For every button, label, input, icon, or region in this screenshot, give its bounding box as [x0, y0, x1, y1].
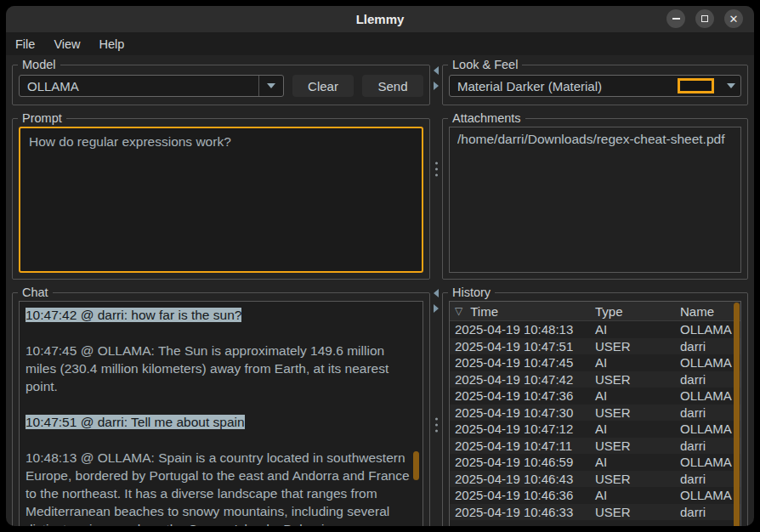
history-groupbox: History ▽ Time Type Name 2025-04-19 10:4…: [442, 292, 748, 526]
history-table-header[interactable]: ▽ Time Type Name: [450, 302, 740, 321]
history-cell-type: USER: [595, 372, 680, 387]
history-row[interactable]: 2025-04-19 10:46:59AIOLLAMA: [450, 454, 740, 471]
history-row[interactable]: 2025-04-19 10:46:43USERdarri: [450, 471, 740, 488]
maximize-button[interactable]: [695, 9, 714, 28]
chat-message: 10:47:42 @ darri: how far is the sun?: [26, 306, 417, 324]
history-cell-name: darri: [680, 405, 740, 420]
history-cell-time: 2025-04-19 10:48:13: [450, 322, 595, 337]
look-and-feel-combobox[interactable]: Material Darker (Material): [449, 75, 741, 97]
close-icon: ✕: [729, 14, 739, 25]
history-row[interactable]: 2025-04-19 10:47:12AIOLLAMA: [450, 421, 740, 438]
collapse-right-icon[interactable]: [434, 82, 439, 90]
history-row[interactable]: 2025-04-19 10:47:51USERdarri: [450, 338, 740, 355]
attachment-item[interactable]: /home/darri/Downloads/regex-cheat-sheet.…: [457, 132, 733, 147]
history-cell-time: 2025-04-19 10:47:11: [450, 439, 595, 453]
history-row[interactable]: 2025-04-19 10:47:45AIOLLAMA: [450, 354, 740, 371]
menu-bar: FileViewHelp: [6, 32, 754, 55]
model-combo-arrow-box[interactable]: [258, 76, 283, 96]
history-cell-time: 2025-04-19 10:47:36: [450, 388, 595, 403]
collapse-left-icon[interactable]: [434, 289, 439, 297]
history-row[interactable]: 2025-04-19 10:47:30USERdarri: [450, 405, 740, 422]
history-group-label: History: [448, 285, 495, 301]
history-cell-name: OLLAMA: [680, 355, 740, 370]
history-cell-type: AI: [595, 488, 680, 502]
history-cell-name: OLLAMA: [680, 388, 740, 403]
history-cell-type: AI: [595, 455, 680, 469]
history-row[interactable]: 2025-04-19 10:48:13AIOLLAMA: [450, 321, 740, 338]
prompt-group-label: Prompt: [18, 110, 66, 127]
history-row[interactable]: 2025-04-19 10:46:33USERdarri: [450, 504, 740, 521]
model-groupbox: Model OLLAMA Clear Send: [12, 65, 430, 105]
menu-item-view[interactable]: View: [54, 37, 80, 51]
prompt-textarea[interactable]: How do regular expressions work?: [19, 127, 423, 273]
history-cell-type: USER: [595, 405, 680, 420]
minimize-icon: [672, 18, 680, 20]
vertical-splitter-bottom[interactable]: [430, 286, 442, 526]
history-cell-name: darri: [680, 439, 740, 453]
history-cell-time: 2025-04-19 10:47:51: [450, 339, 595, 354]
history-cell-type: AI: [595, 388, 680, 403]
column-header-name[interactable]: Name: [680, 304, 740, 319]
attachments-group-label: Attachments: [448, 110, 525, 127]
look-and-feel-combo-arrow-box[interactable]: [722, 76, 740, 96]
chat-scrollbar-thumb[interactable]: [413, 451, 419, 480]
history-cell-type: USER: [595, 339, 680, 354]
history-table-body: 2025-04-19 10:48:13AIOLLAMA2025-04-19 10…: [450, 321, 740, 520]
splitter-collapse-buttons: [434, 289, 439, 313]
look-and-feel-selected-value: Material Darker (Material): [450, 79, 678, 93]
attachments-list[interactable]: /home/darri/Downloads/regex-cheat-sheet.…: [449, 127, 741, 273]
title-bar[interactable]: Llemmy ✕: [6, 6, 754, 32]
send-button[interactable]: Send: [362, 75, 423, 97]
collapse-left-icon[interactable]: [434, 66, 439, 75]
history-cell-name: OLLAMA: [680, 422, 740, 436]
splitter-grip-icon[interactable]: [435, 161, 438, 176]
history-row[interactable]: 2025-04-19 10:46:36AIOLLAMA: [450, 487, 740, 504]
vertical-splitter-top[interactable]: [430, 58, 442, 280]
history-cell-type: AI: [595, 355, 680, 370]
history-cell-name: darri: [680, 339, 740, 354]
history-cell-time: 2025-04-19 10:46:43: [450, 472, 595, 486]
history-row[interactable]: 2025-04-19 10:47:42USERdarri: [450, 371, 740, 388]
history-cell-name: OLLAMA: [680, 322, 740, 337]
model-combobox[interactable]: OLLAMA: [19, 75, 284, 97]
history-cell-time: 2025-04-19 10:47:12: [450, 422, 595, 436]
history-cell-type: USER: [595, 439, 680, 453]
history-cell-time: 2025-04-19 10:47:45: [450, 355, 595, 370]
splitter-collapse-buttons: [434, 66, 439, 90]
column-header-time[interactable]: ▽ Time: [450, 304, 595, 319]
history-cell-time: 2025-04-19 10:46:36: [450, 488, 595, 502]
look-and-feel-group-label: Look & Feel: [448, 57, 522, 73]
main-content: Model OLLAMA Clear Send Look &: [6, 55, 754, 526]
chevron-down-icon: [727, 83, 735, 88]
minimize-button[interactable]: [666, 9, 685, 28]
splitter-grip-icon[interactable]: [435, 417, 438, 432]
collapse-right-icon[interactable]: [434, 304, 439, 313]
chat-group-label: Chat: [18, 285, 53, 301]
look-and-feel-groupbox: Look & Feel Material Darker (Material): [442, 65, 748, 105]
history-cell-name: OLLAMA: [680, 455, 740, 469]
history-cell-type: AI: [595, 322, 680, 337]
chat-text[interactable]: 10:47:42 @ darri: how far is the sun?10:…: [19, 301, 423, 526]
menu-item-file[interactable]: File: [15, 37, 35, 51]
maximize-icon: [701, 15, 708, 22]
history-row[interactable]: 2025-04-19 10:47:36AIOLLAMA: [450, 388, 740, 405]
history-cell-type: USER: [595, 472, 680, 486]
history-scrollbar-thumb[interactable]: [734, 303, 740, 526]
history-table: ▽ Time Type Name 2025-04-19 10:48:13AIOL…: [449, 301, 741, 526]
history-cell-time: 2025-04-19 10:47:30: [450, 405, 595, 420]
history-cell-type: AI: [595, 422, 680, 436]
chat-message: 10:47:51 @ darri: Tell me about spain: [26, 413, 417, 431]
chevron-down-icon: [267, 83, 275, 88]
history-cell-time: 2025-04-19 10:46:59: [450, 455, 595, 469]
chat-message: 10:48:13 @ OLLAMA: Spain is a country lo…: [26, 449, 417, 526]
history-cell-type: USER: [595, 505, 680, 519]
menu-item-help[interactable]: Help: [99, 37, 125, 51]
chat-groupbox: Chat 10:47:42 @ darri: how far is the su…: [12, 292, 430, 526]
model-group-label: Model: [18, 57, 60, 73]
clear-button[interactable]: Clear: [292, 75, 354, 97]
column-header-type[interactable]: Type: [595, 304, 680, 319]
history-row[interactable]: 2025-04-19 10:47:11USERdarri: [450, 438, 740, 455]
history-cell-time: 2025-04-19 10:47:42: [450, 372, 595, 387]
close-button[interactable]: ✕: [724, 9, 743, 28]
window-controls: ✕: [666, 9, 743, 28]
